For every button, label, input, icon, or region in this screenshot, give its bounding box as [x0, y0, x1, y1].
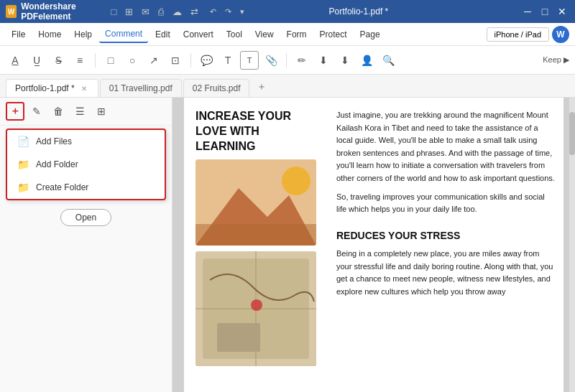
- strikethrough-icon[interactable]: U̲: [27, 51, 46, 70]
- toolbar-sep-2: [190, 53, 191, 67]
- pdf-image-map: [196, 251, 316, 366]
- pdf-section1-body2: So, traveling improves your communicatio…: [336, 191, 555, 216]
- search-toolbar-icon[interactable]: 🔍: [379, 51, 397, 70]
- file-title: Portfolio-1.pdf *: [253, 6, 464, 17]
- iphone-ipad-button[interactable]: iPhone / iPad: [487, 27, 549, 42]
- sign-icon[interactable]: ⬇: [336, 51, 354, 70]
- strike-icon[interactable]: S̶: [49, 51, 68, 70]
- menu-bar: File Home Help Comment Edit Convert Tool…: [0, 23, 575, 46]
- svg-point-2: [282, 167, 310, 195]
- tab-portfolio[interactable]: Portfolio-1.pdf * ✕: [6, 79, 98, 97]
- person-icon[interactable]: 👤: [357, 51, 376, 70]
- pdf-section1-body: Just imagine, you are trekking around th…: [336, 109, 555, 185]
- svg-point-8: [251, 299, 262, 311]
- tab-fruits[interactable]: 02 Fruits.pdf: [183, 79, 250, 97]
- add-files-label: Add Files: [36, 136, 72, 146]
- dropdown-icon[interactable]: ▾: [240, 7, 244, 17]
- tab-fruits-label: 02 Fruits.pdf: [193, 83, 241, 93]
- arrow-icon[interactable]: ↗: [144, 51, 163, 70]
- menu-form[interactable]: Form: [281, 27, 313, 42]
- textbox-icon[interactable]: T: [240, 51, 259, 70]
- tab-add-button[interactable]: ＋: [251, 77, 272, 97]
- folder-icon: 📁: [17, 159, 29, 170]
- edit-panel-icon[interactable]: ✎: [27, 102, 46, 121]
- new-icon[interactable]: □: [111, 6, 117, 17]
- titlebar-file-icons: □ ⊞ ✉ ⎙ ☁ ⇄ ↶ ↷ ▾: [111, 6, 245, 17]
- pdf-right-column: Just imagine, you are trekking around th…: [328, 98, 564, 392]
- logo-icon: W: [6, 5, 17, 18]
- add-folder-item[interactable]: 📁 Add Folder: [7, 153, 165, 176]
- tab-travelling-label: 01 Travelling.pdf: [109, 83, 172, 93]
- menu-comment[interactable]: Comment: [99, 26, 148, 43]
- redo-icon[interactable]: ↷: [225, 7, 231, 17]
- stamp-icon[interactable]: ✏: [293, 51, 311, 70]
- menu-file[interactable]: File: [6, 27, 31, 42]
- content-area: INCREASE YOUR LOVE WITH LEARNING: [172, 98, 575, 392]
- share-icon[interactable]: ⇄: [190, 6, 198, 17]
- tab-portfolio-close[interactable]: ✕: [79, 83, 89, 93]
- svg-rect-9: [217, 323, 260, 352]
- rectangle-icon[interactable]: □: [101, 51, 120, 70]
- grid-panel-icon[interactable]: ⊞: [92, 102, 111, 121]
- attach-icon[interactable]: 📎: [262, 51, 280, 70]
- create-folder-icon: 📁: [17, 182, 29, 193]
- undo-icon[interactable]: ↶: [210, 7, 216, 17]
- delete-panel-icon[interactable]: 🗑: [49, 102, 68, 121]
- toolbar: A U̲ S̶ ≡ □ ○ ↗ ⊡ 💬 T T 📎 ✏ ⬇ ⬇ 👤 🔍 Keep…: [0, 46, 575, 75]
- open-icon[interactable]: ⊞: [125, 6, 133, 17]
- pdf-section1-title: INCREASE YOUR LOVE WITH LEARNING: [196, 109, 316, 154]
- pdf-left-column: INCREASE YOUR LOVE WITH LEARNING: [184, 98, 328, 392]
- keep-label: Keep ▶: [543, 55, 569, 65]
- text-icon[interactable]: T: [218, 51, 237, 70]
- maximize-button[interactable]: □: [538, 6, 552, 17]
- panel-toolbar: ＋ ✎ 🗑 ☰ ⊞: [0, 98, 172, 126]
- main-area: ＋ ✎ 🗑 ☰ ⊞ 📄 Add Files 📁 Add Folder 📁 Cre…: [0, 98, 575, 392]
- print-icon[interactable]: ⎙: [158, 6, 164, 17]
- tab-travelling[interactable]: 01 Travelling.pdf: [100, 79, 182, 97]
- add-files-item[interactable]: 📄 Add Files: [7, 130, 165, 153]
- minimize-button[interactable]: ─: [520, 6, 535, 17]
- title-bar: W Wondershare PDFelement □ ⊞ ✉ ⎙ ☁ ⇄ ↶ ↷…: [0, 0, 575, 23]
- stamp2-icon[interactable]: ⬇: [314, 51, 333, 70]
- add-button[interactable]: ＋: [6, 102, 24, 121]
- pdf-section2-body: Being in a completely new place, you are…: [336, 248, 555, 298]
- menu-edit[interactable]: Edit: [150, 27, 176, 42]
- menu-home[interactable]: Home: [32, 27, 67, 42]
- app-logo: W Wondershare PDFelement: [6, 1, 111, 22]
- left-panel: ＋ ✎ 🗑 ☰ ⊞ 📄 Add Files 📁 Add Folder 📁 Cre…: [0, 98, 172, 392]
- menu-tool[interactable]: Tool: [221, 27, 248, 42]
- menu-protect[interactable]: Protect: [314, 27, 353, 42]
- menu-right: iPhone / iPad W: [487, 26, 569, 43]
- tabs-bar: Portfolio-1.pdf * ✕ 01 Travelling.pdf 02…: [0, 75, 575, 98]
- menu-panel-icon[interactable]: ☰: [70, 102, 89, 121]
- add-folder-label: Add Folder: [36, 159, 78, 169]
- menu-convert[interactable]: Convert: [178, 27, 219, 42]
- menu-help[interactable]: Help: [68, 27, 98, 42]
- tab-portfolio-label: Portfolio-1.pdf *: [15, 83, 75, 93]
- open-button[interactable]: Open: [60, 209, 111, 226]
- close-button[interactable]: ✕: [555, 6, 569, 17]
- create-folder-item[interactable]: 📁 Create Folder: [7, 176, 165, 199]
- pdf-image-mountain: [196, 159, 316, 246]
- file-icon: 📄: [17, 136, 29, 147]
- shape-icon[interactable]: ⊡: [166, 51, 185, 70]
- cloud-icon[interactable]: ☁: [172, 6, 182, 17]
- menu-view[interactable]: View: [249, 27, 280, 42]
- pdf-section2-title: REDUCES YOUR STRESS: [336, 228, 555, 243]
- toolbar-sep-3: [286, 53, 287, 67]
- pdf-content: INCREASE YOUR LOVE WITH LEARNING: [184, 98, 564, 392]
- open-btn-area: Open: [0, 203, 172, 232]
- create-folder-label: Create Folder: [36, 182, 88, 192]
- mail-icon[interactable]: ✉: [142, 6, 150, 17]
- circle-icon[interactable]: ○: [123, 51, 142, 70]
- app-name: Wondershare PDFelement: [21, 1, 111, 22]
- list-icon[interactable]: ≡: [70, 51, 89, 70]
- underline-icon[interactable]: A: [6, 51, 24, 70]
- comment-icon[interactable]: 💬: [197, 51, 216, 70]
- svg-rect-3: [196, 224, 316, 246]
- user-avatar[interactable]: W: [552, 26, 569, 43]
- window-controls: ─ □ ✕: [464, 6, 569, 17]
- dropdown-menu: 📄 Add Files 📁 Add Folder 📁 Create Folder: [6, 129, 166, 200]
- menu-page[interactable]: Page: [354, 27, 386, 42]
- toolbar-sep-1: [95, 53, 96, 67]
